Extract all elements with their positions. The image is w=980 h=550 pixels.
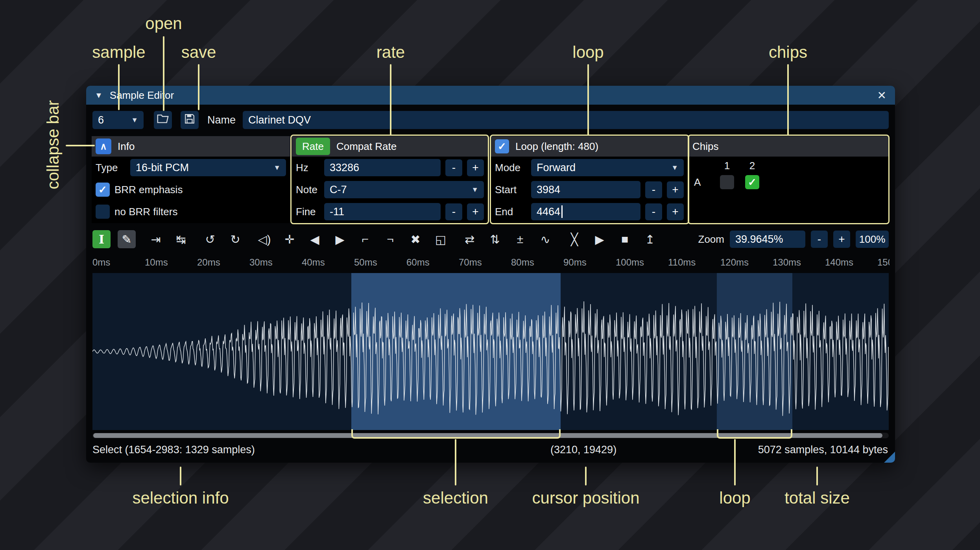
toolbar-group: ⇥↹ xyxy=(147,230,190,248)
collapse-info-button[interactable]: ∧ xyxy=(96,138,111,154)
annotation-loop-bottom: loop xyxy=(719,489,750,508)
chevron-up-icon: ∧ xyxy=(100,141,107,152)
delete-button[interactable]: ✖ xyxy=(406,230,424,248)
resize-grip[interactable] xyxy=(884,452,895,463)
fade-in-button[interactable]: ◀ xyxy=(306,230,324,248)
waveform-view[interactable] xyxy=(92,273,889,430)
resample-button[interactable]: ↹ xyxy=(172,230,190,248)
stop-preview-button[interactable]: ■ xyxy=(616,230,634,248)
no-brr-filters-checkbox[interactable] xyxy=(96,205,110,219)
open-button[interactable] xyxy=(154,111,172,129)
ruler-tick: 80ms xyxy=(511,257,534,268)
annotation-bracket-selection xyxy=(351,429,561,439)
sample-name-input[interactable]: Clarinet DQV xyxy=(243,111,889,129)
annotation-box-loop xyxy=(490,135,689,224)
preview-button[interactable]: ▶ xyxy=(591,230,609,248)
titlebar[interactable]: ▼ Sample Editor ✕ xyxy=(86,86,895,105)
chevron-down-icon: ▼ xyxy=(273,164,281,172)
annotation-line-loop-bottom xyxy=(734,439,736,485)
resize-button[interactable]: ⇥ xyxy=(147,230,165,248)
annotation-cursor-position: cursor position xyxy=(532,489,639,508)
save-floppy-icon xyxy=(185,114,195,127)
sample-name-value: Clarinet DQV xyxy=(248,114,311,126)
ruler-tick: 120ms xyxy=(720,257,749,268)
insert-silence-button[interactable]: ⌐ xyxy=(356,230,374,248)
selection-info-text: Select (1654-2983: 1329 samples) xyxy=(92,444,255,456)
chevron-down-icon: ▼ xyxy=(131,116,138,124)
annotation-selection-info: selection info xyxy=(132,489,229,508)
ruler-tick: 30ms xyxy=(249,257,273,268)
sign-convert-button[interactable]: ± xyxy=(511,230,529,248)
amplify-button[interactable]: ◁) xyxy=(255,230,273,248)
annotation-line-open xyxy=(163,36,164,111)
sample-type-value: 16-bit PCM xyxy=(136,162,189,174)
annotation-chips: chips xyxy=(769,43,807,62)
redo-button[interactable]: ↻ xyxy=(226,230,244,248)
brr-emphasis-checkbox[interactable]: ✓ xyxy=(96,183,110,197)
annotation-line-selection xyxy=(455,439,456,485)
total-size-text: 5072 samples, 10144 bytes xyxy=(758,444,888,456)
invert-button[interactable]: ⇅ xyxy=(486,230,504,248)
save-button[interactable] xyxy=(181,111,199,129)
no-brr-filters-label: no BRR filters xyxy=(114,206,177,218)
info-header: Info xyxy=(118,140,135,153)
annotation-rate: rate xyxy=(376,43,405,62)
name-label: Name xyxy=(207,114,236,126)
zoom-reset-button[interactable]: 100% xyxy=(856,231,889,248)
annotation-line-collapse-bar xyxy=(66,145,95,146)
annotation-open: open xyxy=(145,14,182,33)
edit-mode-group: I✎ xyxy=(92,230,136,248)
fade-out-button[interactable]: ▶ xyxy=(331,230,349,248)
annotation-line-save xyxy=(198,64,199,110)
toolbar-group: ↺↻ xyxy=(201,230,244,248)
annotation-sample: sample xyxy=(92,43,145,62)
apply-silence-button[interactable]: ¬ xyxy=(381,230,399,248)
annotation-bracket-loop xyxy=(717,429,792,439)
ruler-tick: 0ms xyxy=(92,257,110,268)
toolbar-group: ╳▶■↥ xyxy=(565,230,659,248)
toolbar: I✎⇥↹↺↻◁)✛◀▶⌐¬✖◱⇄⇅±∿╳▶■↥ Zoom 39.9645% - … xyxy=(86,228,895,250)
filter-button[interactable]: ∿ xyxy=(536,230,554,248)
close-icon[interactable]: ✕ xyxy=(877,89,886,102)
annotation-selection: selection xyxy=(423,489,488,508)
ruler-tick: 140ms xyxy=(825,257,853,268)
reverse-button[interactable]: ⇄ xyxy=(461,230,479,248)
ruler-tick: 40ms xyxy=(302,257,325,268)
normalize-button[interactable]: ✛ xyxy=(281,230,299,248)
toolbar-group: ◁)✛◀▶⌐¬✖◱ xyxy=(255,230,450,248)
desktop-background: ▼ Sample Editor ✕ 6 ▼ Name Clarinet DQV xyxy=(0,0,980,550)
annotation-loop: loop xyxy=(572,43,604,62)
crossfade-button[interactable]: ╳ xyxy=(565,230,583,248)
annotation-line-loop xyxy=(587,64,589,135)
ruler-tick: 100ms xyxy=(616,257,644,268)
annotation-line-selection-info xyxy=(180,467,181,485)
ruler-tick: 60ms xyxy=(406,257,430,268)
toolbar-group: ⇄⇅±∿ xyxy=(461,230,554,248)
ruler-tick: 150ms xyxy=(877,257,890,268)
draw-mode-button[interactable]: ✎ xyxy=(118,230,136,248)
annotation-box-chips xyxy=(688,135,890,224)
annotation-collapse-bar: collapse bar xyxy=(44,100,63,189)
zoom-decrease-button[interactable]: - xyxy=(811,231,828,248)
cursor-position-text: (3210, 19429) xyxy=(550,444,616,456)
zoom-increase-button[interactable]: + xyxy=(833,231,850,248)
ruler-tick: 50ms xyxy=(354,257,377,268)
collapse-window-icon[interactable]: ▼ xyxy=(95,91,103,100)
annotation-total-size: total size xyxy=(784,489,850,508)
open-folder-icon xyxy=(157,114,169,126)
select-mode-button[interactable]: I xyxy=(92,230,111,248)
import-button[interactable]: ↥ xyxy=(641,230,659,248)
time-ruler[interactable]: 0ms10ms20ms30ms40ms50ms60ms70ms80ms90ms1… xyxy=(92,255,890,270)
ruler-tick: 110ms xyxy=(668,257,696,268)
undo-button[interactable]: ↺ xyxy=(201,230,219,248)
ruler-tick: 90ms xyxy=(563,257,587,268)
zoom-label: Zoom xyxy=(698,233,724,245)
type-label: Type xyxy=(96,162,125,174)
annotation-line-total-size xyxy=(816,467,818,485)
sample-type-dropdown[interactable]: 16-bit PCM ▼ xyxy=(130,159,286,176)
zoom-cluster: Zoom 39.9645% - + 100% xyxy=(698,231,889,248)
zoom-input[interactable]: 39.9645% xyxy=(730,231,805,248)
file-row: 6 ▼ Name Clarinet DQV xyxy=(86,105,895,135)
sample-selector[interactable]: 6 ▼ xyxy=(92,111,144,129)
trim-button[interactable]: ◱ xyxy=(432,230,450,248)
